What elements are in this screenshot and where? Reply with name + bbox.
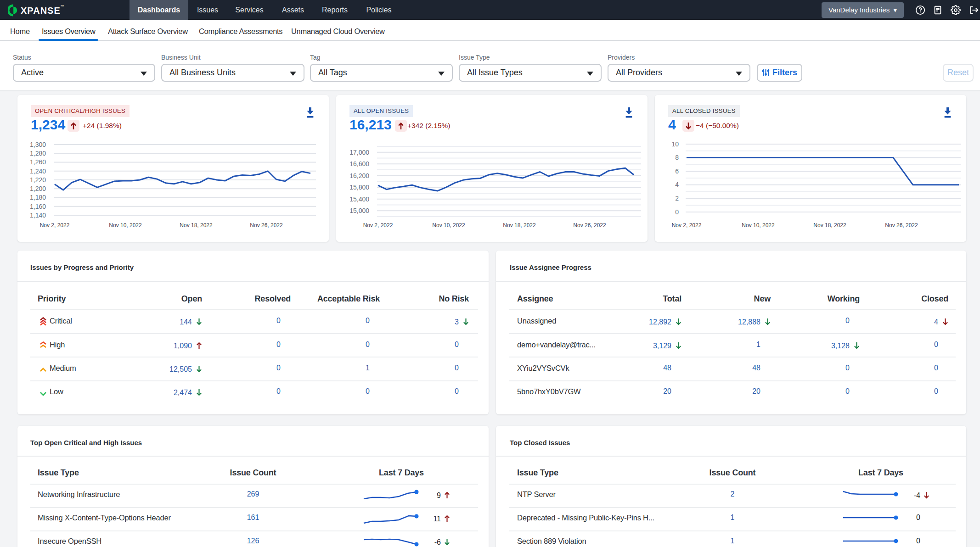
svg-text:10: 10 xyxy=(671,140,679,148)
svg-text:8: 8 xyxy=(675,154,679,161)
svg-text:Nov 2, 2022: Nov 2, 2022 xyxy=(363,222,393,229)
svg-text:15,000: 15,000 xyxy=(349,207,369,214)
svg-text:1,140: 1,140 xyxy=(30,212,46,219)
svg-text:1,180: 1,180 xyxy=(30,194,46,201)
svg-text:Nov 26, 2022: Nov 26, 2022 xyxy=(573,222,606,229)
svg-text:Nov 26, 2022: Nov 26, 2022 xyxy=(885,222,918,229)
svg-text:1,220: 1,220 xyxy=(30,176,46,184)
svg-text:16,200: 16,200 xyxy=(349,172,369,179)
svg-text:0: 0 xyxy=(675,208,679,216)
svg-text:6: 6 xyxy=(675,167,679,175)
svg-text:1,240: 1,240 xyxy=(30,167,46,175)
svg-text:16,600: 16,600 xyxy=(349,160,369,167)
svg-text:Nov 18, 2022: Nov 18, 2022 xyxy=(180,222,213,229)
svg-text:15,800: 15,800 xyxy=(349,184,369,191)
svg-text:1,280: 1,280 xyxy=(30,150,46,157)
svg-text:Nov 18, 2022: Nov 18, 2022 xyxy=(813,222,846,229)
svg-text:1,160: 1,160 xyxy=(30,203,46,210)
svg-text:1,200: 1,200 xyxy=(30,185,46,192)
svg-text:1,260: 1,260 xyxy=(30,158,46,166)
svg-text:17,000: 17,000 xyxy=(349,149,369,156)
svg-text:1,300: 1,300 xyxy=(30,141,46,148)
svg-text:4: 4 xyxy=(675,181,679,188)
svg-text:Nov 10, 2022: Nov 10, 2022 xyxy=(742,222,775,229)
svg-text:Nov 18, 2022: Nov 18, 2022 xyxy=(503,222,536,229)
svg-text:2: 2 xyxy=(675,195,679,202)
svg-text:Nov 10, 2022: Nov 10, 2022 xyxy=(109,222,142,229)
svg-text:Nov 2, 2022: Nov 2, 2022 xyxy=(672,222,702,229)
svg-text:Nov 2, 2022: Nov 2, 2022 xyxy=(40,222,70,229)
svg-text:15,400: 15,400 xyxy=(349,195,369,203)
svg-text:Nov 10, 2022: Nov 10, 2022 xyxy=(432,222,465,229)
svg-text:Nov 26, 2022: Nov 26, 2022 xyxy=(250,222,283,229)
